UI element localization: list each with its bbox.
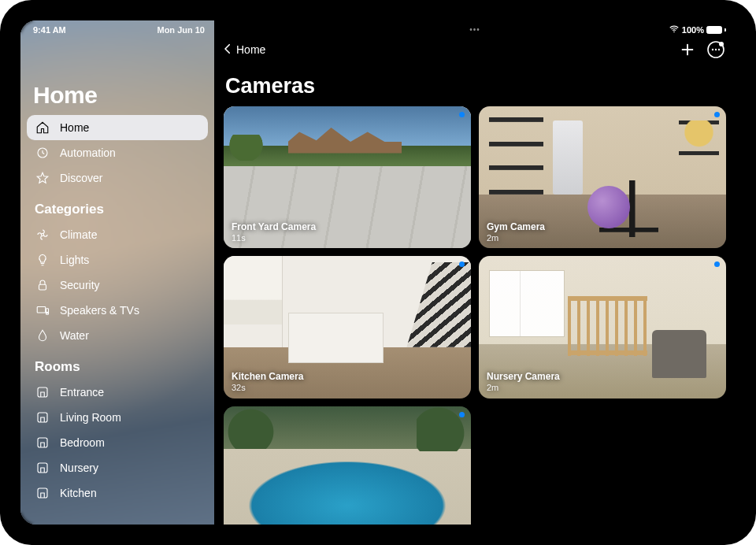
sidebar-item-water[interactable]: Water — [27, 323, 208, 348]
page-title: Cameras — [214, 60, 736, 106]
sidebar-item-label: Bedroom — [60, 436, 105, 449]
sidebar-item-discover[interactable]: Discover — [27, 165, 208, 191]
drop-icon — [35, 328, 50, 343]
sidebar-item-nursery[interactable]: Nursery — [27, 455, 208, 480]
camera-timestamp: 2m — [487, 233, 545, 244]
camera-label: Nursery Camera 2m — [487, 371, 560, 394]
camera-card-kitchen[interactable]: Kitchen Camera 32s — [224, 256, 471, 398]
sidebar-item-entrance[interactable]: Entrance — [27, 380, 208, 405]
wifi-icon — [669, 24, 680, 36]
svg-point-15 — [718, 49, 720, 50]
camera-grid: Front Yard Camera 11s Gym Camera 2m — [214, 106, 736, 525]
battery-percent: 100% — [682, 25, 704, 35]
ipad-frame: 9:41 AM Mon Jun 10 Home Home Automation — [0, 0, 756, 545]
svg-point-5 — [46, 312, 48, 313]
live-indicator-icon — [459, 412, 465, 417]
multitask-grip-icon[interactable]: ••• — [469, 25, 480, 34]
status-date: Mon Jun 10 — [157, 25, 205, 35]
sidebar-item-label: Automation — [60, 146, 116, 159]
chevron-left-icon — [220, 42, 235, 58]
sidebar-item-label: Living Room — [60, 411, 121, 424]
camera-timestamp: 2m — [487, 383, 560, 394]
camera-card-gym[interactable]: Gym Camera 2m — [479, 106, 726, 248]
status-bar-left: 9:41 AM Mon Jun 10 — [27, 20, 208, 38]
room-icon — [35, 435, 50, 450]
back-button[interactable]: Home — [220, 42, 265, 58]
back-label: Home — [236, 43, 265, 56]
svg-point-11 — [673, 32, 675, 33]
svg-rect-2 — [39, 284, 46, 290]
camera-label: Front Yard Camera 11s — [232, 221, 316, 244]
svg-point-13 — [712, 49, 713, 50]
clock-icon — [35, 145, 50, 161]
house-icon — [35, 120, 50, 135]
app-title: Home — [27, 38, 208, 115]
camera-timestamp: 32s — [232, 383, 303, 394]
main-content: ••• 100% Home — [214, 20, 736, 525]
room-icon — [35, 485, 50, 501]
sidebar-item-label: Climate — [60, 228, 97, 241]
status-time: 9:41 AM — [33, 25, 66, 35]
svg-point-16 — [719, 42, 724, 46]
sidebar-item-security[interactable]: Security — [27, 272, 208, 298]
sidebar-item-home[interactable]: Home — [27, 115, 208, 140]
sidebar-item-kitchen[interactable]: Kitchen — [27, 480, 208, 506]
room-icon — [35, 384, 50, 400]
svg-rect-3 — [37, 307, 46, 313]
lock-icon — [35, 277, 50, 293]
sidebar-item-living-room[interactable]: Living Room — [27, 405, 208, 430]
sidebar-item-bedroom[interactable]: Bedroom — [27, 430, 208, 455]
camera-thumbnail — [224, 406, 471, 525]
camera-card-front-yard[interactable]: Front Yard Camera 11s — [224, 106, 471, 248]
camera-name: Kitchen Camera — [232, 371, 303, 382]
sidebar-item-label: Water — [60, 329, 89, 342]
screen: 9:41 AM Mon Jun 10 Home Home Automation — [20, 20, 736, 525]
more-button[interactable] — [706, 39, 726, 60]
room-icon — [35, 460, 50, 476]
bulb-icon — [35, 252, 50, 268]
sidebar-item-label: Speakers & TVs — [60, 304, 139, 317]
camera-timestamp: 11s — [232, 233, 316, 244]
camera-card-pool[interactable]: Pool Camera — [224, 406, 471, 525]
tv-icon — [35, 302, 50, 318]
fan-icon — [35, 227, 50, 243]
add-button[interactable] — [677, 39, 698, 60]
camera-name: Nursery Camera — [487, 371, 560, 382]
sidebar-section-categories: Categories — [27, 191, 208, 222]
sidebar-item-speakers-tvs[interactable]: Speakers & TVs — [27, 298, 208, 323]
room-icon — [35, 410, 50, 425]
sidebar-item-lights[interactable]: Lights — [27, 247, 208, 272]
camera-card-nursery[interactable]: Nursery Camera 2m — [479, 256, 726, 398]
sidebar-item-label: Kitchen — [60, 487, 97, 499]
camera-label: Kitchen Camera 32s — [232, 371, 303, 394]
sidebar-item-label: Security — [60, 279, 100, 291]
sidebar-item-label: Entrance — [60, 386, 104, 399]
battery-cap-icon — [724, 28, 726, 32]
sidebar-item-label: Discover — [60, 172, 102, 184]
status-bar-right: 100% — [669, 20, 736, 38]
sidebar-item-label: Nursery — [60, 462, 98, 474]
camera-name: Front Yard Camera — [232, 221, 316, 232]
sidebar-item-automation[interactable]: Automation — [27, 140, 208, 165]
camera-label: Gym Camera 2m — [487, 221, 545, 244]
sidebar-item-label: Lights — [60, 254, 89, 266]
sidebar-item-label: Home — [60, 121, 89, 134]
live-indicator-icon — [714, 112, 720, 117]
sidebar: 9:41 AM Mon Jun 10 Home Home Automation — [20, 20, 214, 525]
nav-actions — [677, 39, 726, 60]
camera-name: Gym Camera — [487, 221, 545, 232]
svg-point-14 — [715, 49, 717, 50]
star-icon — [35, 170, 50, 186]
sidebar-section-rooms: Rooms — [27, 348, 208, 380]
sidebar-item-climate[interactable]: Climate — [27, 222, 208, 247]
live-indicator-icon — [459, 112, 465, 117]
battery-icon — [706, 26, 722, 34]
